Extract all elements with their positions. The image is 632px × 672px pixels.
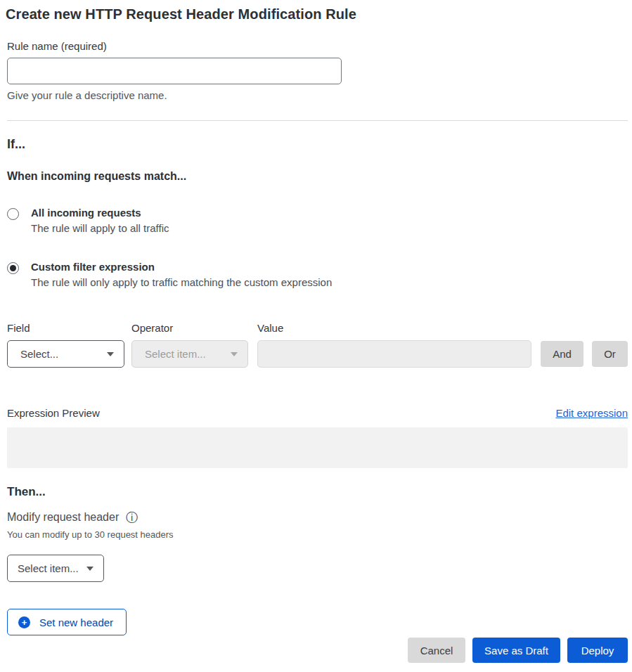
field-select-value: Select... bbox=[20, 348, 58, 360]
option-description: The rule will only apply to traffic matc… bbox=[31, 276, 332, 288]
plus-circle-icon: + bbox=[18, 616, 30, 628]
operator-select-value: Select item... bbox=[145, 348, 206, 360]
or-button[interactable]: Or bbox=[592, 341, 628, 367]
section-divider bbox=[7, 120, 628, 121]
option-text: Custom filter expression The rule will o… bbox=[31, 261, 332, 288]
header-item-select[interactable]: Select item... bbox=[7, 555, 104, 582]
if-heading: If... bbox=[7, 137, 628, 152]
footer-actions: Cancel Save as Draft Deploy bbox=[7, 638, 628, 663]
radio-all-incoming-requests[interactable] bbox=[7, 208, 19, 220]
modify-request-header-label: Modify request header bbox=[7, 511, 119, 524]
option-custom-filter-expression[interactable]: Custom filter expression The rule will o… bbox=[7, 261, 628, 288]
expression-preview-box bbox=[7, 427, 628, 468]
option-label: Custom filter expression bbox=[31, 261, 332, 273]
value-label: Value bbox=[257, 322, 531, 334]
chevron-down-icon bbox=[231, 352, 238, 356]
deploy-button[interactable]: Deploy bbox=[567, 638, 628, 663]
cancel-button[interactable]: Cancel bbox=[408, 638, 465, 663]
chevron-down-icon bbox=[107, 352, 114, 356]
expression-preview-label: Expression Preview bbox=[7, 407, 100, 419]
set-new-header-label: Set new header bbox=[39, 616, 113, 628]
andor-buttons: And Or bbox=[541, 341, 628, 367]
radio-dot bbox=[10, 265, 16, 271]
page-title: Create new HTTP Request Header Modificat… bbox=[6, 6, 628, 22]
then-heading: Then... bbox=[7, 485, 628, 499]
create-rule-form: Create new HTTP Request Header Modificat… bbox=[7, 6, 628, 663]
option-label: All incoming requests bbox=[31, 207, 169, 219]
rule-name-input[interactable] bbox=[7, 58, 342, 84]
edit-expression-link[interactable]: Edit expression bbox=[555, 407, 628, 419]
operator-label: Operator bbox=[131, 322, 248, 334]
set-new-header-button[interactable]: + Set new header bbox=[7, 609, 127, 635]
option-description: The rule will apply to all traffic bbox=[31, 222, 169, 234]
option-text: All incoming requests The rule will appl… bbox=[31, 207, 169, 234]
save-as-draft-button[interactable]: Save as Draft bbox=[472, 638, 560, 663]
when-incoming-heading: When incoming requests match... bbox=[7, 170, 628, 183]
field-select[interactable]: Select... bbox=[7, 340, 124, 368]
modify-request-header-row: Modify request header ⓘ bbox=[7, 511, 628, 524]
value-input[interactable] bbox=[257, 340, 531, 368]
operator-select[interactable]: Select item... bbox=[131, 340, 248, 368]
rule-name-label: Rule name (required) bbox=[7, 40, 628, 52]
chevron-down-icon bbox=[86, 567, 93, 571]
header-item-select-value: Select item... bbox=[18, 562, 79, 574]
expression-builder-row: Field Select... Operator Select item... … bbox=[7, 322, 628, 368]
info-icon[interactable]: ⓘ bbox=[126, 512, 138, 524]
modify-header-help: You can modify up to 30 request headers bbox=[7, 529, 628, 540]
field-label: Field bbox=[7, 322, 124, 334]
option-all-incoming-requests[interactable]: All incoming requests The rule will appl… bbox=[7, 207, 628, 234]
expression-preview-header: Expression Preview Edit expression bbox=[7, 407, 628, 419]
radio-custom-filter-expression[interactable] bbox=[7, 262, 19, 274]
rule-name-help: Give your rule a descriptive name. bbox=[7, 89, 628, 101]
and-button[interactable]: And bbox=[541, 341, 583, 367]
